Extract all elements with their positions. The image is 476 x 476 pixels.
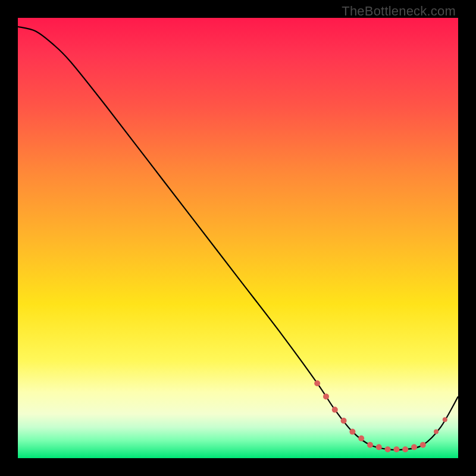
marker-dot — [443, 417, 447, 422]
marker-dot — [349, 429, 355, 435]
marker-dot — [385, 446, 391, 452]
marker-dot — [341, 418, 347, 424]
watermark-text: TheBottleneck.com — [342, 4, 456, 19]
marker-dot — [367, 442, 373, 448]
marker-dot — [393, 446, 399, 452]
chart-area — [18, 18, 458, 458]
bottleneck-curve-svg — [18, 18, 458, 458]
marker-dot — [314, 380, 320, 386]
marker-dot — [411, 444, 417, 450]
marker-dot — [434, 430, 439, 434]
marker-dot — [402, 446, 408, 452]
bottleneck-curve-path — [18, 27, 458, 450]
marker-dot — [376, 444, 382, 450]
marker-dot — [358, 436, 364, 441]
marker-dot — [420, 442, 426, 448]
marker-dot — [323, 393, 329, 399]
marker-dot — [332, 407, 338, 413]
